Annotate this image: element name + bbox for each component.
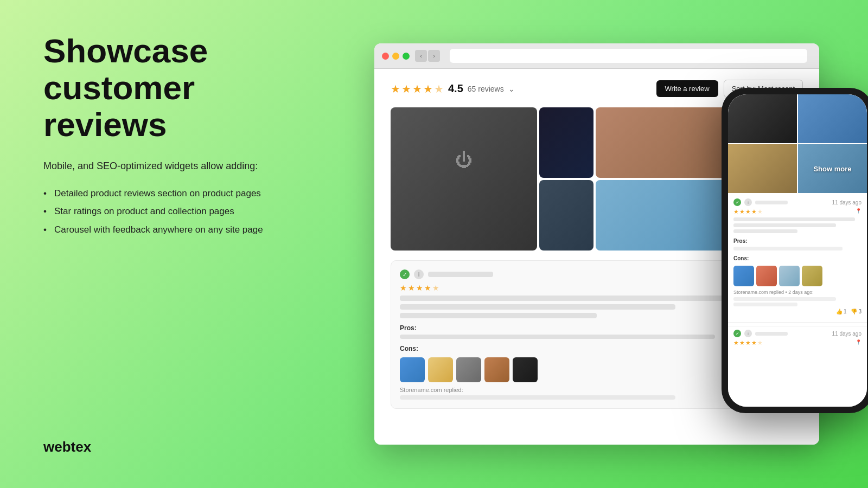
phone-reply-content-1	[733, 297, 836, 301]
main-product-photo[interactable]	[391, 107, 537, 251]
star-5: ★	[434, 82, 444, 95]
rating-number: 4.5	[448, 82, 463, 95]
r-star-3: ★	[416, 284, 423, 292]
product-photo-2[interactable]	[539, 107, 593, 178]
phone-review-line-1	[733, 217, 855, 221]
phone-pros-content	[733, 247, 843, 251]
bullet-item-2: Star ratings on product and collection p…	[43, 202, 293, 221]
phone-dislike-button[interactable]: 👎 3	[851, 309, 861, 314]
bullet-item-3: Carousel with feedback anywhere on any s…	[43, 221, 293, 239]
verified-icon: ✓	[400, 269, 410, 279]
phone-reviewer-name-2	[755, 332, 788, 336]
show-more-label: Show more	[813, 165, 851, 173]
phone-timestamp-1: 11 days ago	[832, 200, 862, 206]
review-thumb-1[interactable]	[400, 357, 425, 382]
reply-content	[400, 395, 675, 400]
review-thumb-4[interactable]	[484, 357, 509, 382]
traffic-light-red[interactable]	[382, 53, 389, 60]
write-review-button[interactable]: Write a review	[656, 80, 718, 97]
nav-arrows: ‹ ›	[415, 50, 440, 62]
phone-thumb-4[interactable]	[802, 266, 822, 286]
product-photo-4[interactable]	[539, 180, 593, 251]
phone-photo-grid: Show more	[728, 94, 867, 193]
phone-thumb-2[interactable]	[756, 266, 777, 286]
review-count: 65 reviews	[468, 85, 504, 93]
reviewer-name-placeholder	[428, 272, 493, 277]
phone-like-count: 1	[844, 309, 847, 314]
ps2-3: ★	[745, 339, 751, 346]
ps-1: ★	[733, 208, 739, 215]
right-panel: ‹ › ★ ★ ★ ★ ★ 4.5 65 reviews	[336, 33, 868, 455]
phone-reply-content-2	[733, 303, 797, 306]
pros-content	[400, 335, 715, 339]
forward-button[interactable]: ›	[428, 50, 440, 62]
review-text-line-2	[400, 304, 675, 310]
phone-verified-icon: ✓	[733, 198, 741, 206]
ps2-4: ★	[751, 339, 757, 346]
review-thumb-2[interactable]	[428, 357, 453, 382]
phone-star-rating-1: ★ ★ ★ ★ ★ 📍	[733, 208, 861, 215]
traffic-light-yellow[interactable]	[392, 53, 399, 60]
pros-label: Pros:	[400, 324, 417, 332]
phone-review-thumbs	[733, 266, 861, 286]
phone-photo-1[interactable]	[728, 94, 797, 143]
phone-action-buttons: 👍 1 👎 3	[733, 309, 861, 314]
rating-section: ★ ★ ★ ★ ★ 4.5 65 reviews ⌄	[391, 82, 515, 95]
ps2-5: ★	[757, 339, 763, 346]
review-text-line-3	[400, 313, 597, 318]
r-star-1: ★	[400, 284, 407, 292]
phone-thumb-3[interactable]	[779, 266, 800, 286]
phone-info-icon-2: i	[744, 330, 752, 337]
phone-pros-label: Pros:	[733, 238, 748, 244]
address-bar[interactable]	[450, 49, 807, 63]
r-star-2: ★	[408, 284, 415, 292]
review-thumb-3[interactable]	[456, 357, 481, 382]
r-star-5: ★	[432, 284, 439, 292]
phone-star-rating-2: ★ ★ ★ ★ ★ 📍	[733, 339, 861, 346]
phone-divider	[728, 322, 867, 323]
star-4: ★	[423, 82, 433, 95]
bullet-item-1: Detailed product reviews section on prod…	[43, 184, 293, 203]
phone-reviewer-name	[755, 201, 788, 204]
browser-chrome: ‹ ›	[374, 43, 819, 69]
phone-mockup: Show more ✓ i 11 days ago ★ ★ ★	[722, 88, 868, 413]
phone-review-1: ✓ i 11 days ago ★ ★ ★ ★ ★ 📍	[728, 194, 867, 319]
subtitle: Mobile, and SEO-optimized widgets allow …	[43, 159, 293, 174]
phone-like-button[interactable]: 👍 1	[836, 309, 847, 314]
cons-label: Cons:	[400, 345, 418, 352]
star-3: ★	[412, 82, 422, 95]
traffic-lights	[382, 53, 410, 60]
phone-location-icon: 📍	[856, 208, 861, 215]
logo: webtex	[43, 439, 293, 455]
show-more-overlay[interactable]: Show more	[798, 144, 867, 193]
traffic-light-green[interactable]	[403, 53, 410, 60]
phone-inner: Show more ✓ i 11 days ago ★ ★ ★	[728, 94, 867, 407]
phone-pros: Pros:	[733, 235, 861, 251]
star-rating-display: ★ ★ ★ ★ ★	[391, 82, 444, 95]
r-star-4: ★	[424, 284, 431, 292]
phone-timestamp-2: 11 days ago	[832, 331, 862, 337]
phone-location-icon-2: 📍	[856, 339, 861, 346]
phone-photo-3[interactable]	[728, 144, 797, 193]
phone-reviewer-line-1: ✓ i 11 days ago	[733, 198, 861, 206]
phone-content: Show more ✓ i 11 days ago ★ ★ ★	[728, 94, 867, 407]
phone-cons: Cons:	[733, 253, 861, 262]
phone-dislike-count: 3	[858, 309, 861, 314]
star-2: ★	[401, 82, 411, 95]
star-1: ★	[391, 82, 400, 95]
review-thumb-5[interactable]	[513, 357, 538, 382]
phone-verified-icon-2: ✓	[733, 330, 741, 337]
chevron-icon[interactable]: ⌄	[508, 85, 515, 93]
ps-3: ★	[745, 208, 751, 215]
phone-photo-2[interactable]	[798, 94, 867, 143]
phone-thumb-1[interactable]	[733, 266, 754, 286]
ps-4: ★	[751, 208, 757, 215]
main-heading: Showcase customer reviews	[43, 33, 293, 144]
ps-5: ★	[757, 208, 763, 215]
back-button[interactable]: ‹	[415, 50, 427, 62]
ps2-1: ★	[733, 339, 739, 346]
review-text-line-1	[400, 296, 754, 301]
phone-review-line-3	[733, 229, 797, 233]
phone-store-reply-label: Storename.com replied • 2 days ago:	[733, 290, 861, 295]
phone-review-2: ✓ i 11 days ago ★ ★ ★ ★ ★ 📍	[728, 326, 867, 352]
